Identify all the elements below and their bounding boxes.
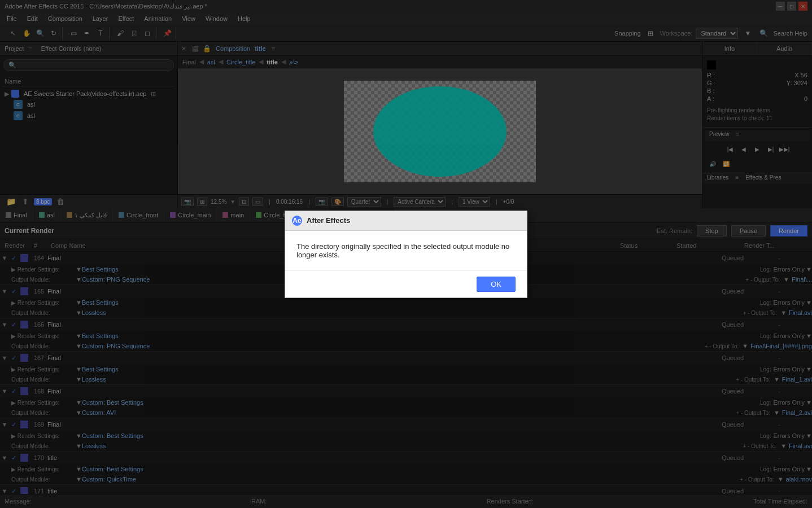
dialog-message: The directory originally specified in th… xyxy=(296,242,509,259)
dialog-overlay: Ae After Effects The directory originall… xyxy=(0,0,812,508)
dialog-ok-button[interactable]: OK xyxy=(477,277,516,292)
dialog-title: After Effects xyxy=(307,216,350,225)
dialog-body: The directory originally specified in th… xyxy=(285,231,527,270)
dialog-icon: Ae xyxy=(292,216,302,226)
dialog-header: Ae After Effects xyxy=(285,211,527,231)
dialog-box: Ae After Effects The directory originall… xyxy=(285,211,527,298)
dialog-footer: OK xyxy=(285,270,527,297)
